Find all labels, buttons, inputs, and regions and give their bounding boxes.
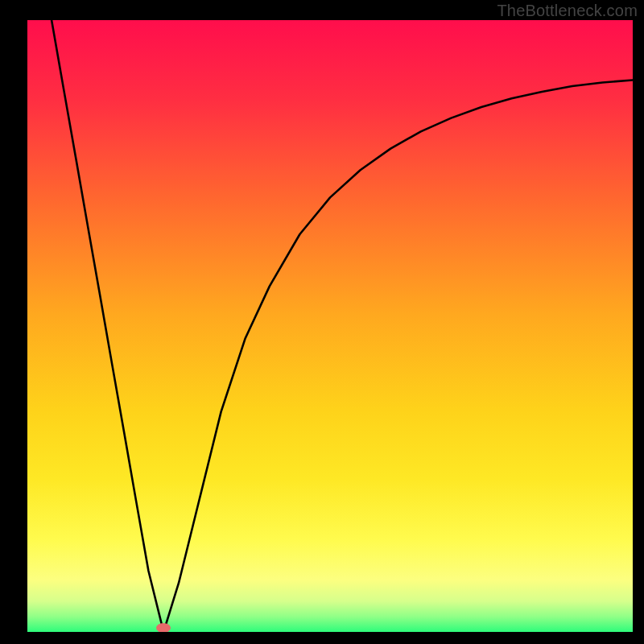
watermark-label: TheBottleneck.com [497, 2, 638, 20]
optimum-marker [156, 623, 171, 632]
plot-area [27, 20, 633, 632]
background-gradient [27, 20, 633, 632]
chart-container: TheBottleneck.com [0, 0, 644, 644]
